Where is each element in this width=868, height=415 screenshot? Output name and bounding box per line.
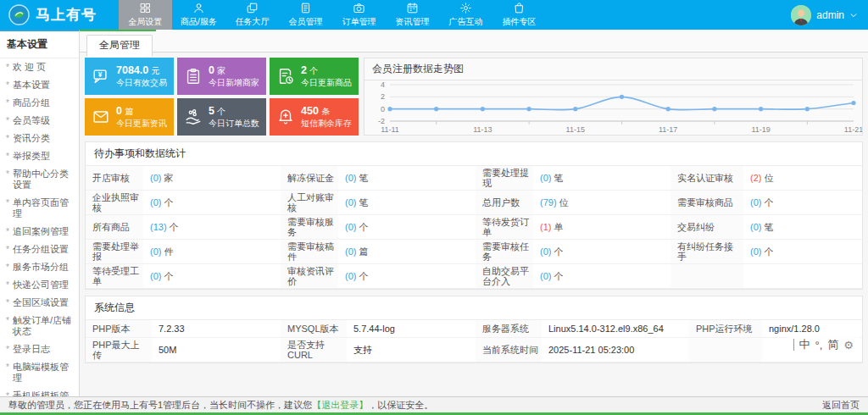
stat-card-text: 0 家 今日新增商家 xyxy=(209,64,259,88)
sidebar-item-10[interactable]: *服务市场分组 xyxy=(0,258,79,276)
doc-icon xyxy=(299,2,312,14)
sidebar-item-13[interactable]: *触发订单/店铺状态 xyxy=(0,312,79,340)
nav-item-7[interactable]: 插件专区 xyxy=(492,0,546,30)
todo-unit: 个 xyxy=(359,270,368,283)
sidebar-item-label: 会员等级 xyxy=(13,115,50,126)
nav-item-4[interactable]: 订单管理 xyxy=(332,0,386,30)
sidebar-item-2[interactable]: *商品分组 xyxy=(0,94,79,112)
todo-count-link[interactable]: (0) xyxy=(345,271,356,281)
sidebar-item-4[interactable]: *资讯分类 xyxy=(0,130,79,147)
sidebar-item-8[interactable]: *追回案例管理 xyxy=(0,223,79,241)
content: ¥ 7084.0 元 今日有效交易 0 家 今日新增商家 2 个 今日更新商品 … xyxy=(80,53,868,396)
main-area: 全局管理 ¥ 7084.0 元 今日有效交易 0 家 今日新增商家 2 个 今日… xyxy=(80,30,868,396)
stat-card-2[interactable]: 2 个 今日更新商品 xyxy=(270,58,359,95)
todo-label-r2c3: 交易纠纷 xyxy=(670,215,743,240)
stat-card-value: 2 xyxy=(301,64,307,76)
todo-label-r3c3: 有纠纷任务接手 xyxy=(670,240,743,264)
sidebar-item-label: 举报类型 xyxy=(13,151,50,162)
todo-count-link[interactable]: (2) xyxy=(750,173,761,183)
gear-icon xyxy=(459,2,472,14)
todo-unit: 笔 xyxy=(554,172,563,185)
svg-text:2: 2 xyxy=(381,92,385,101)
todo-count-link[interactable]: (0) xyxy=(750,222,761,232)
ime-punct-toggle[interactable]: °, xyxy=(815,339,823,351)
sidebar-item-label: 服务市场分组 xyxy=(13,262,69,273)
sidebar-item-label: 帮助中心分类设置 xyxy=(13,169,76,191)
ime-mode-toggle[interactable]: 中 xyxy=(799,337,810,352)
todo-count-link[interactable]: (0) xyxy=(540,246,551,257)
home-link[interactable]: 返回首页 xyxy=(822,399,860,412)
stat-card-label: 今日订单总数 xyxy=(209,119,259,130)
stat-card-4[interactable]: 5 个 今日订单总数 xyxy=(177,98,266,136)
stat-card-1[interactable]: 0 家 今日新增商家 xyxy=(177,58,266,95)
nav-item-5[interactable]: 资讯管理 xyxy=(386,0,439,30)
stat-card-3[interactable]: 0 篇 今日更新资讯 xyxy=(85,98,174,136)
data-point-2 xyxy=(481,107,485,111)
nav-item-2[interactable]: 任务大厅 xyxy=(225,0,279,30)
ime-charset-toggle[interactable]: 简 xyxy=(827,337,838,352)
sidebar-item-9[interactable]: *任务分组设置 xyxy=(0,241,79,258)
sysinfo-label-r0c3: PHP运行环境 xyxy=(689,320,762,338)
sidebar-item-15[interactable]: *电脑端模板管理 xyxy=(0,358,79,387)
sysinfo-value-r1c2: 2025-11-21 05:23:00 xyxy=(542,338,689,362)
todo-count-link[interactable]: (0) xyxy=(345,173,356,183)
sidebar-item-3[interactable]: *会员等级 xyxy=(0,112,79,130)
user-menu[interactable]: admin xyxy=(791,0,858,30)
todo-count-link[interactable]: (0) xyxy=(540,173,551,183)
sidebar-item-7[interactable]: *单内容页面管理 xyxy=(0,194,79,223)
todo-unit: 个 xyxy=(164,196,173,209)
hand-coins-icon xyxy=(184,108,203,126)
todo-count-link[interactable]: (0) xyxy=(345,197,356,208)
todo-unit: 笔 xyxy=(359,172,368,185)
stat-card-label: 今日更新商品 xyxy=(301,78,352,89)
todo-count-link[interactable]: (79) xyxy=(540,197,557,208)
brand[interactable]: 马上有号 xyxy=(0,0,119,30)
bullet-icon: * xyxy=(6,62,9,73)
nav-item-3[interactable]: 会员管理 xyxy=(279,0,332,30)
todo-count-link[interactable]: (0) xyxy=(750,246,761,257)
nav-item-1[interactable]: 商品/服务 xyxy=(172,0,225,30)
sidebar-item-0[interactable]: *欢 迎 页 xyxy=(0,58,79,76)
sidebar-item-5[interactable]: *举报类型 xyxy=(0,147,79,165)
logout-link[interactable]: 【退出登录】 xyxy=(312,400,368,410)
trend-chart: -202411-1111-1311-1511-1711-1911-21 xyxy=(364,80,862,136)
sidebar-item-14[interactable]: *登录日志 xyxy=(0,340,79,358)
stat-card-value: 0 xyxy=(116,105,122,117)
todo-value-r0c2: (0)笔 xyxy=(533,166,670,191)
stat-card-unit: 个 xyxy=(217,107,225,116)
todo-count-link[interactable]: (13) xyxy=(150,222,167,232)
svg-text:¥: ¥ xyxy=(98,71,103,79)
todo-count-link[interactable]: (0) xyxy=(345,222,356,232)
ime-toolbar: 中 °, 简 ⚙ xyxy=(787,335,860,354)
todo-count-link[interactable]: (0) xyxy=(150,246,161,257)
todo-count-link[interactable]: (1) xyxy=(540,222,551,232)
todo-count-link[interactable]: (0) xyxy=(150,173,161,183)
chevron-down-icon xyxy=(849,11,858,19)
todo-label-r1c3: 需要审核商品 xyxy=(670,191,743,215)
todo-count-link[interactable]: (0) xyxy=(150,271,161,281)
stat-card-0[interactable]: ¥ 7084.0 元 今日有效交易 xyxy=(85,58,174,95)
todo-label-r0c1: 解冻保证金 xyxy=(281,166,338,191)
todo-label-r3c0: 需要处理举报 xyxy=(86,240,143,264)
todo-count-link[interactable]: (0) xyxy=(150,197,161,208)
todo-count-link[interactable]: (0) xyxy=(540,271,551,281)
stat-card-5[interactable]: 450 条 短信剩余库存 xyxy=(270,98,359,136)
ime-gear-icon[interactable]: ⚙ xyxy=(843,339,854,351)
sidebar-item-12[interactable]: *全国区域设置 xyxy=(0,294,79,312)
todo-label-r1c2: 总用户数 xyxy=(476,191,533,215)
sidebar-item-11[interactable]: *快递公司管理 xyxy=(0,276,79,294)
bullet-icon: * xyxy=(6,169,9,191)
clipboard-icon xyxy=(184,67,203,86)
todo-unit: 笔 xyxy=(359,196,368,209)
sidebar-item-6[interactable]: *帮助中心分类设置 xyxy=(0,165,79,194)
nav-item-0[interactable]: 全局设置 xyxy=(119,0,172,30)
sidebar-item-1[interactable]: *基本设置 xyxy=(0,76,79,94)
nav-item-6[interactable]: 广告互动 xyxy=(439,0,492,30)
todo-value-r3c0: (0)件 xyxy=(143,240,281,264)
todo-count-link[interactable]: (0) xyxy=(750,197,761,208)
todo-label-r2c2: 等待发货订单 xyxy=(476,215,533,240)
topbar: 马上有号 全局设置商品/服务任务大厅会员管理订单管理资讯管理广告互动插件专区 a… xyxy=(0,0,868,30)
todo-count-link[interactable]: (0) xyxy=(345,246,356,257)
todo-value-r2c3: (0)笔 xyxy=(743,215,862,240)
data-point-5 xyxy=(620,95,624,99)
